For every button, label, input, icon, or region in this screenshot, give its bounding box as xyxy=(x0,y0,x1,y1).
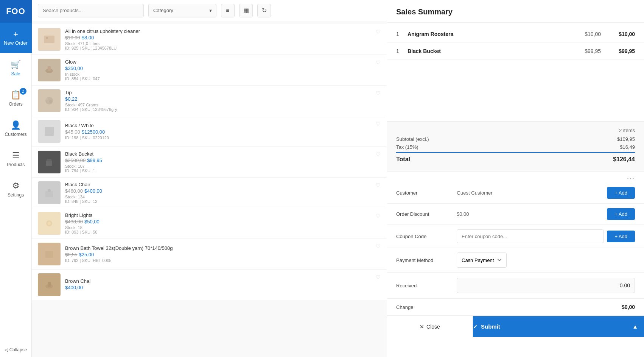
payment-method-row: Payment Method Cash Payment Card Payment… xyxy=(387,248,644,273)
filter-icon[interactable]: ≡ xyxy=(221,4,235,17)
logo-text: FOO xyxy=(6,6,25,16)
logo: FOO xyxy=(0,0,32,23)
svg-rect-0 xyxy=(44,36,54,43)
product-stock: In stock xyxy=(65,72,381,76)
old-price: $460,00 xyxy=(65,188,83,194)
add-coupon-button[interactable]: + Add xyxy=(607,231,635,242)
search-input[interactable] xyxy=(38,4,144,17)
product-details: Black Chair $460,00$400,00 Stock: 134 ID… xyxy=(65,182,381,204)
add-discount-button[interactable]: + Add xyxy=(607,208,635,220)
product-thumbnail xyxy=(38,28,61,51)
list-item[interactable]: All in one citrus upholstery cleaner $10… xyxy=(32,24,387,55)
old-price: $438,00 xyxy=(65,219,83,224)
collapse-button[interactable]: ◁ Collapse xyxy=(5,347,27,352)
sidebar-item-products[interactable]: ☰ Products xyxy=(0,144,32,174)
favorite-icon: ♡ xyxy=(376,59,381,65)
product-name: Glow xyxy=(65,59,381,65)
sidebar-label-products: Products xyxy=(7,162,25,167)
close-button[interactable]: ✕ Close xyxy=(387,316,473,337)
product-name: Tip xyxy=(65,90,381,95)
list-item[interactable]: Brown Bath Towel 32s(Double yarn) 70*140… xyxy=(32,239,387,270)
favorite-icon: ♡ xyxy=(376,29,381,35)
change-value: $0,00 xyxy=(457,304,635,310)
payment-method-select[interactable]: Cash Payment Card Payment Bank Transfer xyxy=(457,253,507,268)
product-name: Black Chair xyxy=(65,182,381,187)
subtotal-value: $109,95 xyxy=(617,136,635,142)
change-row: Change $0,00 xyxy=(387,299,644,316)
product-thumbnail xyxy=(38,151,61,173)
category-select[interactable]: Category xyxy=(148,4,216,17)
coupon-label: Coupon Code xyxy=(396,234,457,239)
list-item[interactable]: Glow $350,00 In stock ID: 854 | SKU: 047… xyxy=(32,55,387,86)
sidebar-item-customers[interactable]: 👤 Customers xyxy=(0,114,32,144)
list-item[interactable]: Black / White $45,00$12500,00 ID: 198 | … xyxy=(32,116,387,147)
product-id: ID: 794 | SKU: 1 xyxy=(65,168,381,173)
sidebar-item-settings[interactable]: ⚙ Settings xyxy=(0,174,32,204)
order-item-name: Black Bucket xyxy=(408,48,567,54)
totals-section: 2 items Subtotal (excl.) $109,95 Tax (15… xyxy=(387,121,644,171)
product-image-icon xyxy=(42,247,56,261)
barcode-icon[interactable]: ▦ xyxy=(239,4,253,17)
favorite-icon: ♡ xyxy=(376,90,381,96)
settings-icon: ⚙ xyxy=(12,181,20,191)
list-item[interactable]: Brown Chai $400,00 ♡ xyxy=(32,270,387,300)
discount-value: $0,00 xyxy=(457,211,607,217)
submit-button[interactable]: ✓ Submit ▲ xyxy=(473,316,644,337)
product-id: ID: 925 | SKU: 12345678LU xyxy=(65,46,381,50)
product-thumbnail xyxy=(38,89,61,112)
product-price: $460,00$400,00 xyxy=(65,188,381,194)
coupon-input[interactable] xyxy=(457,229,604,243)
new-order-button[interactable]: + New Order xyxy=(0,23,32,53)
product-id: ID: 854 | SKU: 047 xyxy=(65,76,381,81)
received-input[interactable] xyxy=(457,278,635,293)
list-item[interactable]: Black Bucket $2500,00$99,95 Stock: 107 I… xyxy=(32,147,387,178)
svg-point-1 xyxy=(46,37,48,39)
product-stock: Stock: 107 xyxy=(65,164,381,168)
panel-title: Sales Summary xyxy=(387,0,644,23)
plus-icon: + xyxy=(13,30,18,39)
add-customer-button[interactable]: + Add xyxy=(607,187,635,199)
order-total-price: $10,00 xyxy=(601,31,635,37)
sidebar-bottom: ◁ Collapse xyxy=(0,343,32,357)
refresh-icon[interactable]: ↻ xyxy=(257,4,271,17)
product-name: All in one citrus upholstery cleaner xyxy=(65,28,381,34)
product-thumbnail xyxy=(38,212,61,235)
old-price: $2500,00 xyxy=(65,157,86,163)
order-item-name: Anigram Roostera xyxy=(408,31,567,37)
customer-label: Customer xyxy=(396,190,457,196)
svg-point-6 xyxy=(49,100,52,103)
favorite-icon: ♡ xyxy=(376,121,381,127)
close-label: Close xyxy=(426,324,440,330)
product-name: Black Bucket xyxy=(65,151,381,157)
more-options-icon[interactable]: ... xyxy=(387,171,644,182)
product-stock: Stock: 497 Grams xyxy=(65,103,381,107)
product-details: Tip $0,22 Stock: 497 Grams ID: 934 | SKU… xyxy=(65,90,381,112)
total-value: $126,44 xyxy=(613,156,635,163)
products-icon: ☰ xyxy=(12,151,20,161)
list-item[interactable]: Tip $0,22 Stock: 497 Grams ID: 934 | SKU… xyxy=(32,86,387,116)
product-details: Glow $350,00 In stock ID: 854 | SKU: 047 xyxy=(65,59,381,81)
svg-rect-7 xyxy=(45,127,54,136)
product-image-icon xyxy=(42,94,56,108)
list-item[interactable]: Black Chair $460,00$400,00 Stock: 134 ID… xyxy=(32,178,387,208)
order-row: 1 Anigram Roostera $10,00 $10,00 xyxy=(387,26,644,43)
sidebar-item-sale[interactable]: 🛒 Sale xyxy=(0,53,32,83)
close-icon: ✕ xyxy=(420,324,424,330)
product-price: $0,55$25,00 xyxy=(65,252,381,257)
main-area: Category ▼ ≡ ▦ ↻ All in one citrus uphol… xyxy=(32,0,387,357)
received-label: Received xyxy=(396,283,457,288)
product-image-icon xyxy=(42,63,56,77)
sidebar-item-orders[interactable]: 📋 Orders 2 xyxy=(0,83,32,114)
favorite-icon: ♡ xyxy=(376,151,381,157)
product-thumbnail xyxy=(38,273,61,296)
items-count: 2 items xyxy=(396,128,635,133)
product-thumbnail xyxy=(38,59,61,81)
order-row: 1 Black Bucket $99,95 $99,95 xyxy=(387,43,644,60)
product-thumbnail xyxy=(38,243,61,265)
product-stock: Stock: 471,0 Liters xyxy=(65,41,381,46)
list-item[interactable]: Bright Lights $438,00$50,00 Stock: 18 ID… xyxy=(32,208,387,239)
collapse-label: Collapse xyxy=(9,347,27,352)
sales-panel: Sales Summary 1 Anigram Roostera $10,00 … xyxy=(387,0,644,357)
order-items-list: 1 Anigram Roostera $10,00 $10,00 1 Black… xyxy=(387,23,644,121)
product-details: All in one citrus upholstery cleaner $10… xyxy=(65,28,381,50)
